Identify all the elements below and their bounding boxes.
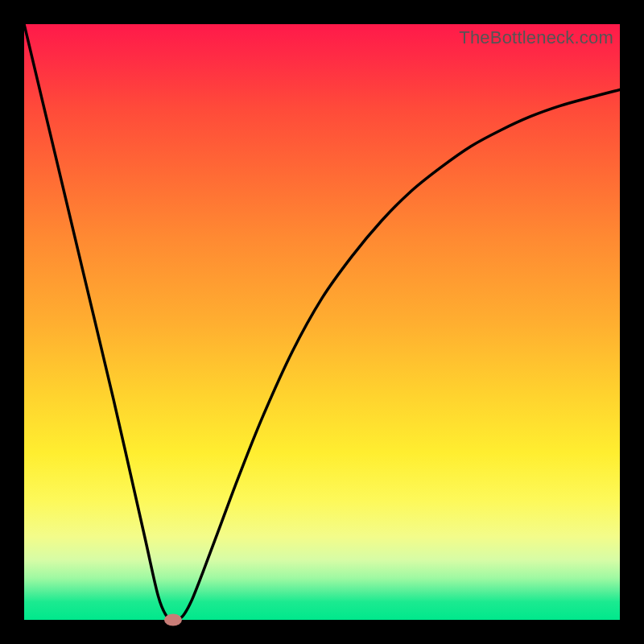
chart-frame: TheBottleneck.com: [0, 0, 644, 644]
curve-svg: [24, 24, 620, 620]
plot-area: TheBottleneck.com: [24, 24, 620, 620]
minimum-marker: [164, 614, 182, 626]
bottleneck-curve-path: [24, 24, 620, 620]
